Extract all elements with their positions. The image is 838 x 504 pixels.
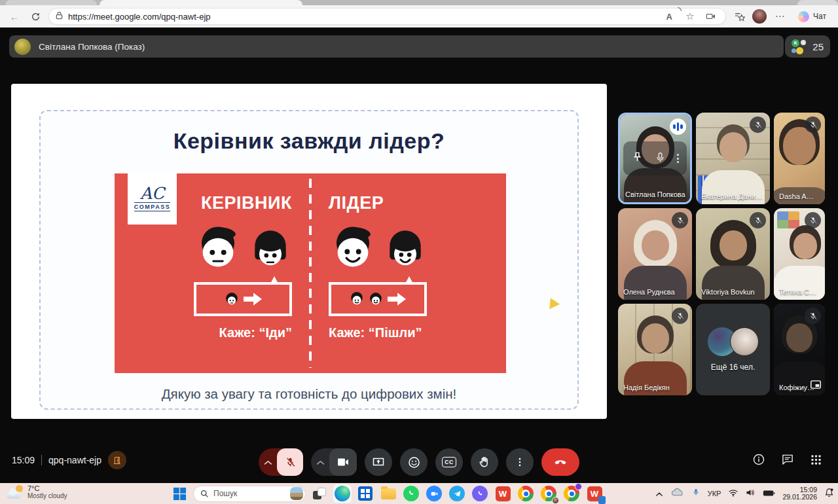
present-button[interactable] [365, 448, 392, 476]
collections-icon[interactable] [731, 9, 747, 24]
chat-button[interactable] [781, 453, 794, 469]
camera-on-button[interactable] [329, 448, 357, 476]
notifications-bell-icon[interactable] [824, 488, 834, 500]
zoom-icon[interactable] [425, 484, 443, 503]
more-menu-icon[interactable]: ⋯ [772, 9, 788, 24]
meeting-door-icon[interactable] [108, 451, 126, 469]
mic-muted-icon [805, 117, 821, 133]
microsoft-store-icon[interactable] [356, 484, 374, 503]
participant-name: Світлана Попкова [625, 190, 685, 198]
mic-muted-button[interactable] [277, 448, 303, 476]
participant-name: Екатерина Дани… [701, 192, 763, 200]
slide-title: Керівник завжди лідер? [41, 128, 577, 154]
chrome-profile2-icon[interactable] [562, 484, 581, 503]
tab-media-icon[interactable] [703, 9, 719, 24]
info-button[interactable] [752, 453, 765, 469]
overflow-avatars [708, 327, 759, 356]
mini-woman-face-icon [369, 292, 383, 306]
captions-button[interactable]: CC [435, 448, 463, 476]
overflow-tile[interactable]: Ещё 16 чел. [696, 304, 770, 395]
more-options-button[interactable] [506, 448, 534, 476]
browser-active-tab[interactable] [100, 0, 302, 5]
participant-tile[interactable]: Dasha A… [774, 113, 825, 204]
participant-tile[interactable]: Кофіжиу… [774, 304, 825, 395]
language-indicator[interactable]: УКР [708, 490, 721, 497]
copilot-label: Чат [813, 12, 826, 21]
activities-grid-button[interactable] [810, 454, 822, 469]
camera-control-group [311, 448, 357, 476]
copilot-icon [798, 11, 809, 22]
manager-faces [194, 223, 292, 270]
wifi-icon[interactable] [728, 488, 738, 499]
participant-name: Тетяна С… [779, 288, 816, 296]
participant-tile[interactable]: Екатерина Дани… [696, 113, 770, 204]
back-icon[interactable]: ← [7, 9, 22, 24]
mic-icon[interactable] [654, 151, 666, 166]
manager-header: КЕРІВНИК [201, 193, 292, 214]
participant-tile[interactable]: Тетяна С… [774, 208, 825, 300]
browser-tab[interactable] [5, 0, 97, 5]
volume-icon[interactable] [746, 488, 756, 499]
read-aloud-icon[interactable]: A [661, 9, 677, 24]
browser-tab[interactable] [797, 0, 838, 5]
woman-smiling-face-icon [384, 227, 427, 270]
viber-icon[interactable] [471, 484, 489, 503]
url-text[interactable]: https://meet.google.com/qpq-nawt-ejp [68, 12, 211, 22]
battery-icon[interactable] [763, 488, 775, 499]
copilot-button[interactable]: Чат [793, 10, 831, 24]
telegram-icon[interactable] [448, 484, 466, 503]
raise-hand-button[interactable] [471, 448, 498, 476]
whatsapp-icon[interactable] [402, 484, 420, 503]
tray-mic-icon[interactable] [691, 488, 701, 499]
address-bar[interactable]: https://meet.google.com/qpq-nawt-ejp A ☆ [48, 8, 726, 25]
participant-name: Кофіжиу… [779, 384, 814, 391]
participant-tile[interactable]: Олена Руднєва [618, 208, 692, 300]
start-button[interactable] [170, 484, 189, 503]
tile-more-icon[interactable] [677, 154, 679, 163]
tray-clock[interactable]: 15:09 29.01.2026 [782, 486, 817, 501]
search-input[interactable]: Пошук [193, 486, 306, 502]
chrome-icon[interactable] [517, 484, 535, 503]
pin-icon[interactable] [631, 151, 644, 166]
leader-header: ЛІДЕР [329, 193, 384, 214]
wps-document-icon[interactable]: W [585, 484, 604, 503]
file-explorer-icon[interactable] [379, 484, 397, 503]
camera-options-chevron[interactable] [311, 448, 329, 476]
favorite-star-icon[interactable]: ☆ [682, 9, 698, 24]
meet-control-bar: 15:09 qpq-nawt-ejp [0, 441, 838, 483]
mic-muted-icon [805, 212, 821, 228]
participant-name: Надія Бедікян [623, 384, 670, 391]
participants-avatars-icon: K [792, 39, 807, 54]
task-view-icon[interactable] [310, 484, 329, 503]
onedrive-icon[interactable] [670, 488, 684, 499]
meet-app: Світлана Попкова (Показ) K 25 Керівник з… [0, 27, 838, 483]
profile-avatar[interactable] [752, 9, 767, 24]
edge-icon[interactable] [333, 484, 352, 503]
compass-logo: AC COMPASS [128, 173, 177, 225]
participant-tile[interactable]: Viktoriya Bovkun [696, 208, 770, 300]
tray-chevron-icon[interactable] [655, 488, 663, 499]
reactions-button[interactable] [400, 448, 428, 476]
participant-name: Dasha A… [779, 192, 814, 200]
overflow-label: Ещё 16 чел. [711, 363, 755, 372]
participant-tile[interactable]: Надія Бедікян [618, 304, 692, 395]
search-daily-image[interactable] [290, 487, 303, 500]
participants-count-pill[interactable]: K 25 [785, 35, 830, 58]
weather-widget[interactable]: 7°C Mostly cloudy [7, 484, 67, 500]
mic-muted-icon [750, 117, 766, 133]
end-call-button[interactable] [541, 448, 579, 476]
presenter-banner: Світлана Попкова (Показ) [9, 35, 784, 58]
tray-date: 29.01.2026 [782, 494, 817, 501]
participant-name: Олена Руднєва [623, 288, 675, 296]
mic-muted-icon [672, 212, 688, 228]
refresh-icon[interactable] [27, 9, 43, 24]
slide-image: AC COMPASS КЕРІВНИК [115, 173, 506, 373]
participant-tile[interactable]: Світлана Попкова [618, 113, 692, 204]
dashed-divider [309, 179, 312, 368]
mic-options-chevron[interactable] [259, 448, 277, 476]
browser-tab-strip [0, 0, 838, 5]
mic-control-group [259, 448, 303, 476]
audio-level-icon [670, 118, 686, 135]
chrome-profile-icon[interactable] [539, 484, 558, 503]
wps-office-icon[interactable]: W [494, 484, 512, 503]
